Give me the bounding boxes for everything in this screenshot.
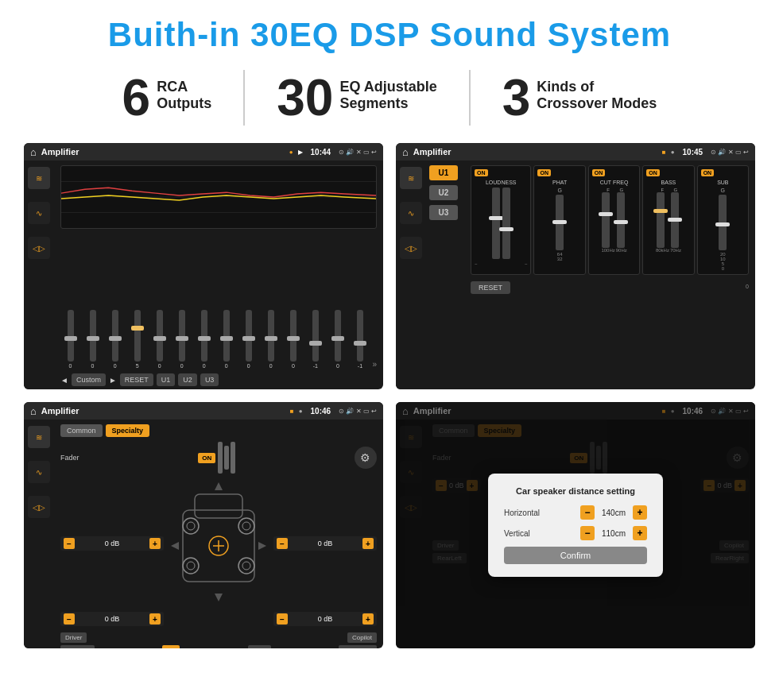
page-title: Buith-in 30EQ DSP Sound System xyxy=(24,16,755,54)
rearright-btn[interactable]: RearRight xyxy=(339,645,377,648)
db-plus-br[interactable]: + xyxy=(362,613,374,625)
cutfreq-on[interactable]: ON xyxy=(592,169,606,176)
u3-btn[interactable]: U3 xyxy=(200,373,219,386)
slider-7[interactable] xyxy=(223,310,230,362)
db-control-tl: − 0 dB + xyxy=(60,536,164,551)
stat-label-crossover-2: Crossover Modes xyxy=(537,95,657,112)
slider-3[interactable] xyxy=(134,310,141,362)
stat-label-eq-1: EQ Adjustable xyxy=(339,79,436,95)
copilot-btn[interactable]: Copilot xyxy=(347,632,377,643)
cross-reset-btn[interactable]: RESET xyxy=(471,281,510,294)
slider-2[interactable] xyxy=(112,310,118,362)
u2-btn[interactable]: U2 xyxy=(178,373,197,386)
home-icon-2[interactable]: ⌂ xyxy=(402,146,409,158)
slider-col-6: 0 xyxy=(194,310,214,369)
rearleft-btn[interactable]: RearLeft xyxy=(60,645,95,648)
app-name-2: Amplifier xyxy=(413,147,657,157)
slider-10[interactable] xyxy=(290,310,296,362)
status-bar-2: ⌂ Amplifier ■ ● 10:45 ⊙ 🔊 ✕ ▭ ↩ xyxy=(396,143,755,160)
slider-13[interactable] xyxy=(357,310,363,362)
db-plus-tl[interactable]: + xyxy=(149,538,161,549)
fader-panel: ≋ ∿ ◁▷ Common Specialty Fader ON xyxy=(24,420,383,648)
eq-side-btn-2[interactable]: ∿ xyxy=(28,202,50,224)
user-btn[interactable]: User xyxy=(248,645,271,648)
stats-row: 6 RCA Outputs 30 EQ Adjustable Segments … xyxy=(24,70,755,126)
slider-col-13: -1 xyxy=(350,310,370,369)
db-plus-bl[interactable]: + xyxy=(149,613,161,625)
eq-side-btn-1[interactable]: ≋ xyxy=(28,167,50,189)
db-minus-br[interactable]: − xyxy=(277,613,288,625)
u2-cross-btn[interactable]: U2 xyxy=(429,185,458,200)
fader-slider-2[interactable] xyxy=(224,446,229,470)
crossover-side-btn-1[interactable]: ≋ xyxy=(400,167,422,189)
bottom-labels-row2: RearLeft All User RearRight xyxy=(60,645,377,648)
u3-cross-btn[interactable]: U3 xyxy=(429,205,458,220)
db-plus-tr[interactable]: + xyxy=(362,538,374,549)
status-time-2: 10:45 xyxy=(683,148,703,157)
all-btn[interactable]: All xyxy=(162,645,180,648)
status-dot-1: ● xyxy=(289,149,293,156)
crossover-side-btn-2[interactable]: ∿ xyxy=(400,202,422,224)
slider-4[interactable] xyxy=(157,310,163,362)
prev-arrow[interactable]: ◄ xyxy=(60,376,68,385)
vertical-stepper: − 110cm + xyxy=(580,526,647,540)
slider-1[interactable] xyxy=(90,310,96,362)
slider-col-12: 0 xyxy=(327,310,347,369)
db-minus-bl[interactable]: − xyxy=(64,613,75,625)
fader-slider-3[interactable] xyxy=(231,442,235,474)
phat-module: ON PHAT G 64 32 xyxy=(533,165,585,275)
slider-8[interactable] xyxy=(246,310,252,362)
more-icon: » xyxy=(372,360,377,369)
vertical-plus-btn[interactable]: + xyxy=(633,526,647,540)
tab-common[interactable]: Common xyxy=(60,424,103,437)
stat-label-crossover-1: Kinds of xyxy=(537,79,657,95)
driver-btn[interactable]: Driver xyxy=(60,632,87,643)
db-value-tl: 0 dB xyxy=(77,540,147,547)
custom-btn[interactable]: Custom xyxy=(72,373,106,386)
tab-specialty[interactable]: Specialty xyxy=(106,424,150,437)
slider-5[interactable] xyxy=(179,310,185,362)
vertical-minus-btn[interactable]: − xyxy=(580,526,595,540)
home-icon-1[interactable]: ⌂ xyxy=(30,146,37,158)
confirm-button[interactable]: Confirm xyxy=(504,547,647,564)
sub-on[interactable]: ON xyxy=(701,169,715,176)
dialog-horizontal-row: Horizontal − 140cm + xyxy=(504,505,647,520)
fader-side-btn-3[interactable]: ◁▷ xyxy=(28,496,50,518)
screen-panel-fader: ⌂ Amplifier ■ ● 10:46 ⊙ 🔊 ✕ ▭ ↩ ≋ ∿ ◁▷ C… xyxy=(24,402,383,648)
u1-cross-btn[interactable]: U1 xyxy=(429,165,458,180)
settings-icon[interactable]: ⚙ xyxy=(355,447,377,469)
loudness-on[interactable]: ON xyxy=(475,169,488,176)
bass-on[interactable]: ON xyxy=(646,169,660,176)
next-arrow[interactable]: ► xyxy=(109,376,117,385)
slider-11[interactable] xyxy=(312,310,319,362)
crossover-main: ON LOUDNESS xyxy=(464,160,755,389)
svg-point-7 xyxy=(238,518,254,534)
phat-on[interactable]: ON xyxy=(537,169,551,176)
horizontal-minus-btn[interactable]: − xyxy=(580,505,595,520)
crossover-side-btn-3[interactable]: ◁▷ xyxy=(400,237,422,259)
db-control-bl: − 0 dB + xyxy=(60,612,164,626)
u1-btn[interactable]: U1 xyxy=(157,373,176,386)
car-layout: − 0 dB + xyxy=(60,478,377,629)
reset-btn[interactable]: RESET xyxy=(120,373,153,386)
fader-slider-1[interactable] xyxy=(218,442,223,474)
status-icons-3: ⊙ 🔊 ✕ ▭ ↩ xyxy=(339,408,377,415)
slider-0[interactable] xyxy=(68,310,74,362)
horizontal-plus-btn[interactable]: + xyxy=(633,505,647,520)
fader-side-btn-1[interactable]: ≋ xyxy=(28,426,50,448)
slider-12[interactable] xyxy=(335,310,341,362)
slider-col-9: 0 xyxy=(261,310,281,369)
slider-9[interactable] xyxy=(268,310,274,362)
slider-6[interactable] xyxy=(201,310,207,362)
db-minus-tr[interactable]: − xyxy=(277,538,288,549)
stat-label-eq-2: Segments xyxy=(339,95,436,112)
stat-number-rca: 6 xyxy=(122,72,151,123)
status-icons-2: ⊙ 🔊 ✕ ▭ ↩ xyxy=(711,149,749,156)
bass-module: ON BASS F 80kHz xyxy=(642,165,694,275)
home-icon-3[interactable]: ⌂ xyxy=(30,405,37,417)
fader-on-badge[interactable]: ON xyxy=(198,453,215,463)
fader-side-btn-2[interactable]: ∿ xyxy=(28,461,50,483)
db-minus-tl[interactable]: − xyxy=(64,538,75,549)
eq-side-btn-3[interactable]: ◁▷ xyxy=(28,237,50,259)
fader-side-controls: ≋ ∿ ◁▷ xyxy=(24,420,54,648)
